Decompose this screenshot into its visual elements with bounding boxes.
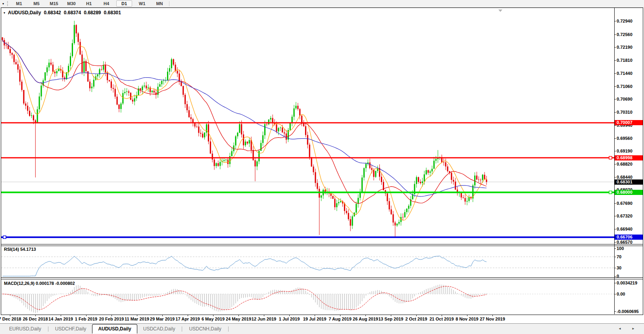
support-line-066706[interactable] xyxy=(1,237,614,238)
candle-body xyxy=(21,82,22,90)
candle-body xyxy=(113,88,114,89)
candle-body xyxy=(140,88,141,90)
candle-body xyxy=(91,87,92,88)
candle-body xyxy=(241,124,242,134)
candle-body xyxy=(54,72,56,73)
tab-usdchf[interactable]: USDCHF,Daily xyxy=(49,324,92,333)
candle-body xyxy=(79,42,81,55)
candle-body xyxy=(74,25,75,43)
candle-body xyxy=(231,151,233,156)
candle-body xyxy=(361,177,363,193)
candle-body xyxy=(173,59,174,65)
date-tick-mark xyxy=(416,315,417,316)
resistance-line-070007[interactable] xyxy=(1,122,614,123)
timeframe-button-m5[interactable]: M5 xyxy=(29,1,44,6)
support-line-066706-handle[interactable] xyxy=(3,236,6,239)
candle-body xyxy=(105,65,106,73)
timeframe-button-group: M1M5M15M30H1H4D1W1MN xyxy=(12,0,167,7)
candle-body xyxy=(346,211,347,213)
candle-body xyxy=(163,80,164,81)
timeframe-button-m1[interactable]: M1 xyxy=(12,1,27,6)
tab-scroll-left-icon[interactable]: ◄ xyxy=(618,327,621,330)
price-axis-label: 0.68440 xyxy=(617,175,642,179)
price-axis-label: 0.66940 xyxy=(617,227,642,231)
candle-body xyxy=(109,80,110,81)
tab-audusd[interactable]: AUDUSD,Daily xyxy=(92,324,137,334)
timeframe-button-h4[interactable]: H4 xyxy=(99,1,114,6)
candle-body xyxy=(156,92,157,95)
chart-title: ▾ AUDUSD,Daily 0.68342 0.68374 0.68289 0… xyxy=(4,10,121,15)
candle-body xyxy=(266,124,267,124)
candle-body xyxy=(381,177,382,182)
timeframe-button-m30[interactable]: M30 xyxy=(64,1,79,6)
resistance-line-068998[interactable] xyxy=(1,157,614,158)
axis-tick-mark xyxy=(614,21,616,21)
tab-eurusd[interactable]: EURUSD,Daily xyxy=(3,324,47,333)
axis-tick-mark xyxy=(614,283,616,283)
toolbar-grip-handle[interactable] xyxy=(7,1,9,6)
timeframe-button-m15[interactable]: M15 xyxy=(46,1,62,6)
candle-body xyxy=(311,157,312,167)
price-axis-label: 0.69190 xyxy=(617,149,642,153)
candle-body xyxy=(340,201,341,202)
candle-body xyxy=(270,118,271,120)
timeframe-button-h1[interactable]: H1 xyxy=(81,1,96,6)
candle-body xyxy=(235,136,236,145)
objects-collapse-icon[interactable]: ▾ xyxy=(4,11,5,15)
candle-body xyxy=(128,92,129,93)
candle-body xyxy=(398,222,400,223)
candle-body xyxy=(254,160,256,166)
price-chart-canvas[interactable] xyxy=(1,8,643,315)
price-axis-label: 0.70310 xyxy=(617,110,642,115)
axis-tick-mark xyxy=(614,60,616,61)
candle-body xyxy=(204,133,205,137)
candle-body xyxy=(144,86,145,86)
support-line-068000[interactable] xyxy=(1,192,614,193)
candle-body xyxy=(317,183,318,189)
price-axis-label: 0.69560 xyxy=(617,136,642,141)
price-axis-label: 0.67320 xyxy=(617,214,642,218)
tab-usdcnh[interactable]: USDCNH,Daily xyxy=(183,324,227,333)
candle-body xyxy=(46,67,48,72)
candle-body xyxy=(23,90,24,103)
price-axis-label: 0.71440 xyxy=(617,71,642,76)
candle-body xyxy=(334,199,335,207)
candle-body xyxy=(315,172,316,183)
support-line-068000-handle[interactable] xyxy=(609,191,612,194)
candle-body xyxy=(177,71,178,74)
axis-tick-mark xyxy=(614,99,616,99)
candle-body xyxy=(482,175,483,180)
axis-tick-mark xyxy=(614,257,616,257)
tab-scroll-right-icon[interactable]: ► xyxy=(632,327,635,330)
chart-dropdown-icon[interactable]: ▾ xyxy=(0,2,6,6)
candle-body xyxy=(422,181,423,183)
date-axis[interactable]: 7 Dec 201826 Dec 201814 Jan 20191 Feb 20… xyxy=(1,315,642,323)
candle-body xyxy=(453,180,454,181)
macd-signal-line xyxy=(2,286,486,310)
price-axis-label: 0.72190 xyxy=(617,45,642,50)
timeframe-button-w1[interactable]: W1 xyxy=(135,1,150,6)
timeframe-button-d1[interactable]: D1 xyxy=(116,0,132,7)
price-axis-label: 0.72940 xyxy=(617,19,642,23)
candle-body xyxy=(247,141,248,143)
candle-body xyxy=(78,33,79,42)
candle-body xyxy=(148,88,149,88)
candle-body xyxy=(476,176,477,179)
candle-body xyxy=(13,55,15,62)
candle-body xyxy=(130,93,131,100)
candle-body xyxy=(290,123,291,130)
ohlc-low-value: 0.68289 xyxy=(84,10,101,15)
candle-body xyxy=(276,124,277,132)
tab-usdcad[interactable]: USDCAD,Daily xyxy=(137,324,181,333)
candle-body xyxy=(169,68,170,72)
price-axis-label: 0.70690 xyxy=(617,97,642,101)
candle-body xyxy=(262,135,263,143)
date-tick-mark xyxy=(188,315,188,316)
candle-body xyxy=(103,65,104,70)
candle-body xyxy=(6,46,7,46)
candle-body xyxy=(256,161,258,166)
timeframe-button-mn[interactable]: MN xyxy=(152,1,167,6)
resistance-line-068998-handle[interactable] xyxy=(609,157,612,159)
date-axis-label: 27 Nov 2019 xyxy=(473,317,512,321)
candle-body xyxy=(76,25,77,33)
